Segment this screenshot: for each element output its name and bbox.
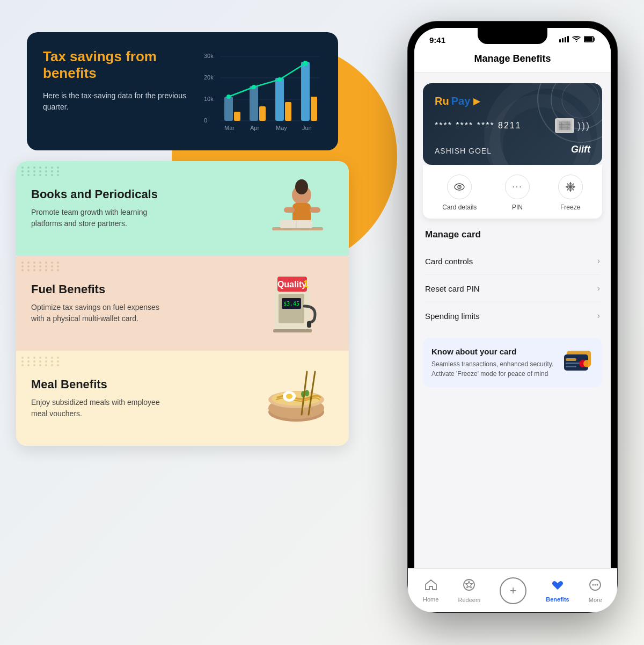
svg-rect-11 <box>259 106 266 121</box>
bottom-nav: Home Redeem + <box>414 568 611 606</box>
svg-rect-62 <box>557 120 572 132</box>
svg-text:$3.45: $3.45 <box>283 301 299 307</box>
battery-icon <box>584 36 596 44</box>
freeze-label: Freeze <box>560 204 580 211</box>
chevron-icon-spending: › <box>597 311 600 321</box>
redeem-icon <box>463 578 475 595</box>
benefit-image-books <box>259 176 334 241</box>
chevron-icon-pin: › <box>597 284 600 293</box>
svg-text:May: May <box>276 125 287 131</box>
menu-item-spending-limits[interactable]: Spending limits › <box>425 302 600 329</box>
phone-notch <box>478 28 547 44</box>
card-name-row: ASHISH GOEL Giift <box>435 144 590 155</box>
svg-rect-54 <box>562 38 564 42</box>
card-actions: Card details ··· PIN <box>423 165 602 219</box>
svg-text:0: 0 <box>204 117 207 124</box>
svg-point-89 <box>583 360 591 367</box>
add-icon[interactable]: + <box>500 577 526 604</box>
manage-section: Manage card Card controls › Reset card P… <box>414 219 611 329</box>
svg-rect-14 <box>301 62 310 121</box>
benefit-image-fuel: Quality 1 $3.45 <box>259 271 334 336</box>
chevron-icon-controls: › <box>597 256 600 266</box>
nav-benefits-label: Benefits <box>546 596 569 603</box>
status-icons <box>559 36 596 44</box>
svg-rect-56 <box>567 36 569 42</box>
nav-more-label: More <box>589 597 602 603</box>
benefit-desc-books: Promote team growth with learning platfo… <box>31 207 171 229</box>
app-content[interactable]: RuPay▶ **** **** **** 8211 <box>414 73 611 606</box>
tax-card-title: Tax savings from benefits <box>43 48 193 82</box>
benefit-item-books: Books and Periodicals Promote team growt… <box>16 161 349 256</box>
svg-rect-64 <box>561 121 562 130</box>
phone-screen: 9:41 <box>414 28 611 606</box>
benefit-title-meal: Meal Benefits <box>31 378 259 392</box>
know-card-title: Know about your card <box>431 347 555 356</box>
menu-item-card-controls[interactable]: Card controls › <box>425 248 600 275</box>
card-action-details[interactable]: Card details <box>442 175 477 211</box>
benefit-title-books: Books and Periodicals <box>31 187 259 201</box>
svg-rect-65 <box>567 121 568 130</box>
svg-text:Mar: Mar <box>224 125 235 131</box>
app-header-title: Manage Benefits <box>474 53 551 64</box>
home-icon <box>425 579 437 594</box>
svg-rect-58 <box>584 37 592 41</box>
nav-add[interactable]: + <box>495 577 531 604</box>
know-card: Know about your card Seamless transactio… <box>423 338 602 387</box>
svg-rect-53 <box>559 39 561 42</box>
card-action-pin[interactable]: ··· PIN <box>505 175 530 211</box>
svg-text:Jun: Jun <box>302 125 312 131</box>
svg-point-50 <box>305 390 309 396</box>
menu-item-reset-pin[interactable]: Reset card PIN › <box>425 275 600 302</box>
svg-rect-41 <box>307 321 311 328</box>
card-action-freeze[interactable]: Freeze <box>558 175 583 211</box>
svg-rect-13 <box>285 102 291 121</box>
more-icon <box>589 578 602 595</box>
tax-savings-card: Tax savings from benefits Here is the ta… <box>27 32 338 150</box>
svg-point-17 <box>252 85 256 89</box>
svg-text:1: 1 <box>303 279 309 289</box>
card-number: **** **** **** 8211 <box>435 118 590 133</box>
status-time: 9:41 <box>429 35 445 45</box>
benefit-title-fuel: Fuel Benefits <box>31 282 259 296</box>
nav-home-label: Home <box>423 596 438 603</box>
svg-rect-9 <box>234 112 240 121</box>
nav-redeem[interactable]: Redeem <box>454 578 485 603</box>
svg-point-70 <box>459 186 460 187</box>
know-card-image <box>561 346 594 379</box>
svg-rect-30 <box>310 207 320 213</box>
svg-point-48 <box>286 394 292 399</box>
svg-rect-8 <box>224 97 233 121</box>
menu-item-label-spending: Spending limits <box>425 311 480 321</box>
svg-point-27 <box>297 179 306 188</box>
svg-rect-87 <box>566 366 576 367</box>
benefits-list: Books and Periodicals Promote team growt… <box>16 161 349 446</box>
nav-home[interactable]: Home <box>419 579 443 603</box>
svg-text:30k: 30k <box>204 53 214 59</box>
svg-text:20k: 20k <box>204 74 214 81</box>
benefit-image-meal <box>259 366 334 431</box>
menu-item-label-controls: Card controls <box>425 257 473 266</box>
svg-text:Apr: Apr <box>250 125 259 131</box>
svg-point-18 <box>277 77 282 82</box>
giift-logo: Giift <box>571 144 590 155</box>
svg-point-16 <box>226 95 231 99</box>
nav-benefits[interactable]: Benefits <box>541 579 573 603</box>
app-header: Manage Benefits <box>414 49 611 73</box>
nav-more[interactable]: More <box>584 578 606 603</box>
svg-rect-15 <box>311 97 317 121</box>
know-card-text: Know about your card Seamless transactio… <box>431 347 555 379</box>
benefit-item-fuel: Fuel Benefits Optimize tax savings on fu… <box>16 256 349 351</box>
signal-icon <box>559 36 569 44</box>
left-panel: Tax savings from benefits Here is the ta… <box>16 32 360 446</box>
card-holder-name: ASHISH GOEL <box>435 147 492 155</box>
svg-point-93 <box>595 584 596 585</box>
svg-rect-42 <box>273 329 312 332</box>
svg-rect-85 <box>566 358 576 361</box>
svg-rect-29 <box>284 207 295 213</box>
phone-frame: 9:41 <box>408 21 617 612</box>
know-card-description: Seamless transactions, enhanced security… <box>431 359 555 379</box>
svg-rect-55 <box>565 37 566 42</box>
svg-point-61 <box>562 83 599 118</box>
phone-mockup: 9:41 <box>408 21 617 612</box>
svg-text:10k: 10k <box>204 96 214 102</box>
